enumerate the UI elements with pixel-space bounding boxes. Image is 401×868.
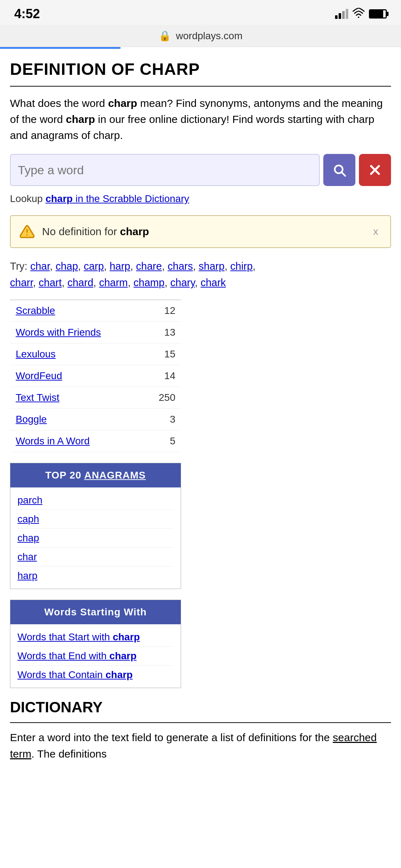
dictionary-section: DICTIONARY Enter a word into the text fi…: [10, 699, 391, 763]
status-bar: 4:52: [0, 0, 401, 25]
close-icon: [367, 162, 383, 178]
try-word-chark[interactable]: chark: [201, 277, 226, 288]
scores-table: Scrabble12Words with Friends13Lexulous15…: [10, 300, 181, 452]
words-starting-box: Words Starting With Words that Start wit…: [10, 600, 181, 688]
anagrams-link[interactable]: ANAGRAMS: [84, 470, 146, 481]
game-link[interactable]: Lexulous: [16, 348, 56, 360]
lock-icon: 🔒: [159, 30, 171, 41]
warning-content: No definition for charp: [19, 224, 149, 239]
clear-button[interactable]: [359, 154, 391, 186]
try-word-chap[interactable]: chap: [56, 260, 78, 272]
try-word-chirp[interactable]: chirp: [230, 260, 253, 272]
dict-divider: [10, 722, 391, 723]
anagrams-header: TOP 20 ANAGRAMS: [10, 463, 181, 487]
try-word-harp[interactable]: harp: [109, 260, 130, 272]
status-icons: [335, 8, 387, 20]
try-word-chary[interactable]: chary: [170, 277, 195, 288]
game-link[interactable]: Scrabble: [16, 305, 55, 316]
try-word-champ[interactable]: champ: [134, 277, 165, 288]
game-link[interactable]: Text Twist: [16, 392, 59, 403]
desc-word2: charp: [66, 113, 95, 125]
desc-text1: What does the word: [10, 97, 108, 109]
search-input[interactable]: [10, 154, 320, 186]
words-starting-header: Words Starting With: [10, 600, 181, 624]
page-title: DEFINITION OF CHARP: [10, 60, 391, 79]
words-start-with-link[interactable]: Words that Start with charp: [17, 628, 174, 647]
dict-text-content: Enter a word into the text field to gene…: [10, 732, 377, 760]
try-word-sharp[interactable]: sharp: [199, 260, 225, 272]
scrabble-lookup-link[interactable]: charp in the Scrabble Dictionary: [46, 193, 189, 204]
try-word-charr[interactable]: charr: [10, 277, 33, 288]
try-words: Try: char, chap, carp, harp, chare, char…: [10, 258, 391, 291]
search-icon: [331, 162, 347, 178]
words-contain-link[interactable]: Words that Contain charp: [17, 666, 174, 684]
anagram-link[interactable]: char: [17, 548, 174, 567]
title-divider: [10, 86, 391, 87]
warning-text: No definition for charp: [42, 226, 149, 238]
end-word: charp: [109, 650, 137, 661]
description: What does the word charp mean? Find syno…: [10, 95, 391, 143]
dict-text: Enter a word into the text field to gene…: [10, 729, 391, 763]
anagram-link[interactable]: caph: [17, 510, 174, 529]
game-link[interactable]: Words with Friends: [16, 327, 101, 338]
game-link[interactable]: Boggle: [16, 414, 47, 425]
desc-word1: charp: [108, 97, 137, 109]
try-word-charm[interactable]: charm: [99, 277, 128, 288]
anagrams-header-prefix: TOP 20: [45, 470, 84, 481]
status-time: 4:52: [14, 6, 40, 21]
lookup-suffix: in the Scrabble Dictionary: [73, 193, 189, 204]
battery-icon: [369, 9, 387, 19]
try-prefix: Try:: [10, 260, 30, 272]
anagrams-box: TOP 20 ANAGRAMS parchcaphchapcharharp: [10, 463, 181, 589]
contain-word: charp: [106, 669, 133, 680]
table-row: Words with Friends13: [10, 321, 181, 343]
words-starting-items: Words that Start with charp Words that E…: [10, 624, 181, 688]
browser-url: wordplays.com: [176, 30, 243, 41]
warning-word: charp: [120, 226, 149, 237]
svg-point-2: [26, 234, 28, 236]
words-starting-title: Words Starting With: [44, 606, 146, 618]
table-row: WordFeud14: [10, 365, 181, 387]
anagrams-items: parchcaphchapcharharp: [10, 487, 181, 589]
lookup-prefix: Lookup: [10, 193, 46, 204]
warning-icon: [19, 224, 35, 239]
anagram-link[interactable]: chap: [17, 529, 174, 548]
try-word-chard[interactable]: chard: [67, 277, 93, 288]
search-area: [10, 154, 391, 186]
lookup-link: Lookup charp in the Scrabble Dictionary: [10, 193, 391, 205]
game-link[interactable]: WordFeud: [16, 370, 62, 381]
game-link[interactable]: Words in A Word: [16, 435, 90, 446]
try-word-chart[interactable]: chart: [39, 277, 62, 288]
table-row: Words in A Word5: [10, 430, 181, 452]
start-word: charp: [113, 631, 140, 642]
lookup-word: charp: [46, 193, 73, 204]
try-word-chare[interactable]: chare: [136, 260, 162, 272]
wifi-icon: [353, 8, 365, 20]
warning-close-button[interactable]: x: [370, 224, 382, 239]
try-word-carp[interactable]: carp: [84, 260, 104, 272]
table-row: Boggle3: [10, 408, 181, 430]
warning-box: No definition for charp x: [10, 215, 391, 248]
main-content: DEFINITION OF CHARP What does the word c…: [0, 49, 401, 773]
words-end-with-link[interactable]: Words that End with charp: [17, 647, 174, 666]
try-word-char[interactable]: char: [30, 260, 50, 272]
browser-bar: 🔒 wordplays.com: [0, 25, 401, 47]
svg-point-0: [358, 16, 359, 18]
warning-text1: No definition for: [42, 226, 120, 237]
table-row: Scrabble12: [10, 300, 181, 321]
search-button[interactable]: [323, 154, 355, 186]
signal-icon: [335, 9, 348, 19]
anagram-link[interactable]: parch: [17, 491, 174, 510]
table-row: Lexulous15: [10, 343, 181, 365]
dict-title: DICTIONARY: [10, 699, 391, 716]
try-word-chars[interactable]: chars: [168, 260, 193, 272]
table-row: Text Twist250: [10, 387, 181, 408]
anagram-link[interactable]: harp: [17, 567, 174, 585]
